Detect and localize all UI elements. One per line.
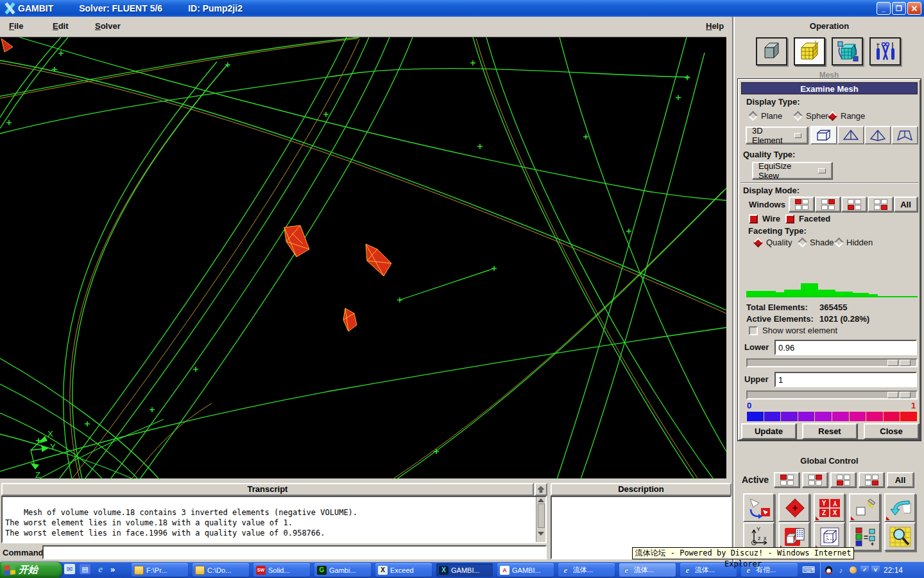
active-quadrant-2-button[interactable] xyxy=(802,472,828,487)
active-quadrant-4-button[interactable] xyxy=(859,472,884,487)
upper-slider-thumb[interactable] xyxy=(900,392,911,398)
faceted-checkbox[interactable] xyxy=(785,215,794,223)
close-form-button[interactable]: Close xyxy=(864,423,919,439)
input-method-keyboard-icon[interactable]: ⌨ xyxy=(802,565,815,575)
media-player-icon[interactable]: ♪ xyxy=(836,565,846,575)
wire-checkbox[interactable] xyxy=(749,215,758,223)
undo-button[interactable] xyxy=(884,493,916,522)
quality-type-dropdown[interactable]: EquiSize Skew xyxy=(752,162,832,179)
render-light-button[interactable] xyxy=(849,493,880,522)
start-button[interactable]: 开始 xyxy=(0,562,62,578)
up-arrow-icon xyxy=(537,486,545,493)
pyramid-element-icon xyxy=(869,129,886,142)
graphics-viewport[interactable]: X Y Z xyxy=(0,37,726,478)
window-quadrant-4-button[interactable] xyxy=(868,197,893,212)
upper-slider[interactable] xyxy=(746,390,918,399)
wire-checkbox-label[interactable]: Wire xyxy=(762,214,780,223)
fit-to-window-button[interactable] xyxy=(778,493,810,522)
volume-icon[interactable] xyxy=(848,565,858,575)
lower-slider[interactable] xyxy=(746,358,918,367)
antivirus-shield-icon[interactable]: ✓ xyxy=(860,566,869,575)
active-quadrant-3-button[interactable] xyxy=(830,472,856,487)
taskbar-item-solidworks[interactable]: SWSolid... xyxy=(253,563,310,577)
window-quadrant-1-button[interactable] xyxy=(789,197,814,212)
total-elements-label: Total Elements: xyxy=(746,302,808,312)
taskbar-item-gambit-pdf[interactable]: AGAMBI... xyxy=(497,563,554,577)
taskbar-item-gambit-active[interactable]: XGAMBI... xyxy=(436,563,493,577)
wireframe-graphics: X Y Z xyxy=(0,37,726,479)
restore-button[interactable]: ❐ xyxy=(892,2,906,15)
taskbar-item-explorer-c[interactable]: C:\Do... xyxy=(193,563,249,577)
system-tray: ♪ ✓ V 22:14 xyxy=(820,562,924,578)
show-worst-label[interactable]: Show worst element xyxy=(762,326,837,335)
menu-file[interactable]: File xyxy=(9,21,23,31)
taskbar-item-ie-1[interactable]: 流体... xyxy=(558,563,615,577)
screen-orient-button[interactable] xyxy=(743,493,774,522)
inverted-element-clusters xyxy=(284,225,391,331)
upper-input[interactable] xyxy=(774,372,917,387)
show-worst-checkbox[interactable] xyxy=(749,326,758,335)
hidden-radio-label[interactable]: Hidden xyxy=(846,238,873,247)
window-quadrant-3-button[interactable] xyxy=(841,197,867,212)
active-quadrant-1-button[interactable] xyxy=(774,472,800,487)
examine-mesh-button[interactable] xyxy=(884,522,916,551)
element-type-dropdown[interactable]: 3D Element xyxy=(746,127,808,144)
show-desktop-icon[interactable]: ▤ xyxy=(80,564,90,574)
reset-button[interactable]: Reset xyxy=(802,423,857,439)
transcript-expand-button[interactable] xyxy=(535,483,547,496)
scroll-up-icon[interactable] xyxy=(538,498,544,502)
taskbar-item-exceed[interactable]: XExceed xyxy=(375,563,432,577)
menu-solver[interactable]: Solver xyxy=(95,21,121,31)
security-shield-icon[interactable]: V xyxy=(871,566,880,575)
qq-icon[interactable] xyxy=(824,565,834,575)
gambit-app-icon xyxy=(3,3,15,14)
window-quadrant-2-button[interactable] xyxy=(815,197,841,212)
shade-radio-label[interactable]: Shade xyxy=(810,238,834,247)
quality-radio-label[interactable]: Quality xyxy=(766,238,792,247)
wedge-element-button[interactable] xyxy=(891,126,918,144)
taskbar-item-explorer-f[interactable]: F:\Pr... xyxy=(132,563,188,577)
transcript-scrollbar[interactable] xyxy=(536,497,545,542)
range-radio-label[interactable]: Range xyxy=(841,111,865,121)
taskbar-item-gambit-doc[interactable]: GGambi... xyxy=(314,563,371,577)
menu-help[interactable]: Help xyxy=(706,21,724,31)
examine-mesh-header[interactable]: Examine Mesh xyxy=(741,82,918,94)
display-mode-label: Display Mode: xyxy=(743,186,800,195)
transcript-header: Transcript xyxy=(1,483,534,496)
transcript-log[interactable]: Mesh of volume volume.18 contains 3 inve… xyxy=(1,496,547,543)
minimize-button[interactable]: _ xyxy=(877,2,891,15)
outlook-express-icon[interactable]: ✉ xyxy=(64,564,75,574)
pyramid-element-button[interactable] xyxy=(864,126,891,144)
pad-label: Mesh xyxy=(796,71,862,78)
command-input[interactable] xyxy=(42,545,547,559)
close-button[interactable]: ✕ xyxy=(907,2,921,15)
geometry-pad-button[interactable] xyxy=(756,37,787,66)
gambit-icon: G xyxy=(317,566,327,575)
scroll-down-icon[interactable] xyxy=(538,532,544,536)
internet-explorer-icon xyxy=(683,566,692,575)
lower-slider-thumb[interactable] xyxy=(887,360,898,366)
select-pivot-button[interactable]: YYZX xyxy=(814,493,845,522)
plane-radio-label[interactable]: Plane xyxy=(761,111,782,121)
tet-element-button[interactable] xyxy=(837,126,864,144)
scrollbar-thumb[interactable] xyxy=(538,504,545,528)
edge-curves-green xyxy=(0,37,726,479)
menu-edit[interactable]: Edit xyxy=(53,21,69,31)
windows-all-button[interactable]: All xyxy=(894,197,918,212)
update-button[interactable]: Update xyxy=(741,423,796,439)
lower-slider-thumb[interactable] xyxy=(900,360,911,366)
faceted-checkbox-label[interactable]: Faceted xyxy=(799,214,830,223)
tools-pad-button[interactable] xyxy=(869,37,901,66)
taskbar-item-ie-2[interactable]: 流体... xyxy=(619,563,676,577)
active-all-button[interactable]: All xyxy=(887,472,914,487)
display-attributes-icon xyxy=(782,525,807,549)
quick-launch: ✉ ▤ e » xyxy=(64,564,115,574)
undo-arrow-icon xyxy=(887,496,913,520)
mesh-pad-button[interactable] xyxy=(794,37,825,66)
hex-element-button[interactable] xyxy=(810,126,837,144)
quick-launch-overflow-chevron[interactable]: » xyxy=(110,565,115,574)
upper-slider-thumb[interactable] xyxy=(887,392,898,398)
lower-input[interactable] xyxy=(774,340,917,355)
internet-explorer-icon[interactable]: e xyxy=(95,564,106,574)
zones-pad-button[interactable] xyxy=(832,37,863,66)
